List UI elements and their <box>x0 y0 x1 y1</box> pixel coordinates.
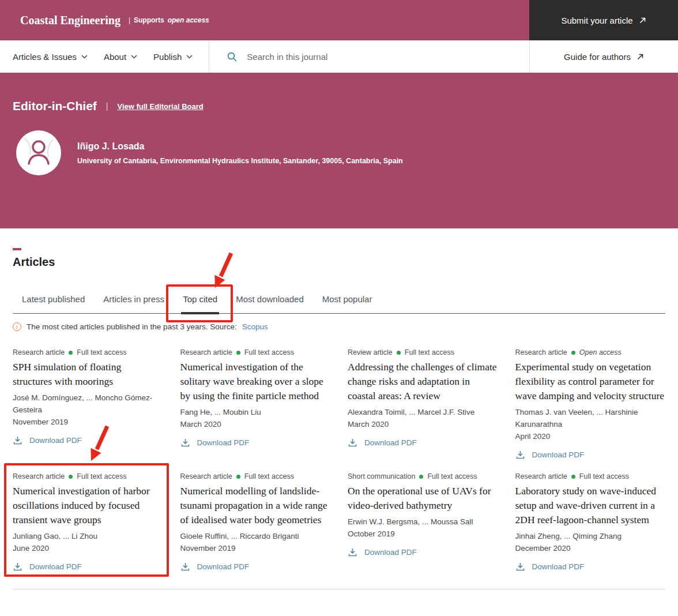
tab-label: Latest published <box>22 294 85 304</box>
main-content: Articles Latest published Articles in pr… <box>0 248 678 589</box>
article-card: Review article Full text access Addressi… <box>348 348 498 448</box>
article-title-link[interactable]: Numerical investigation of harbor oscill… <box>13 484 163 527</box>
card-meta: Research article Full text access <box>180 348 331 356</box>
article-title-link[interactable]: SPH simulation of floating structures wi… <box>13 360 163 389</box>
scopus-link[interactable]: Scopus <box>242 322 268 331</box>
nav-publish[interactable]: Publish <box>153 52 193 62</box>
editor-row: Iñigo J. Losada University of Cantabria,… <box>13 130 665 175</box>
supports-prefix: Supports <box>134 16 164 24</box>
article-date: March 2020 <box>180 418 331 430</box>
article-card-highlighted: Research article Full text access Numeri… <box>13 472 163 572</box>
download-pdf-link[interactable]: Download PDF <box>348 547 498 557</box>
article-type: Short communication <box>348 472 415 480</box>
tab-most-popular[interactable]: Most popular <box>313 290 382 313</box>
editor-affiliation: University of Cantabria, Environmental H… <box>77 157 403 165</box>
supports-open-access-label: open access <box>168 16 209 24</box>
article-title-link[interactable]: On the operational use of UAVs for video… <box>348 484 498 513</box>
submit-article-button[interactable]: Submit your article <box>529 0 678 40</box>
top-cited-notice: i The most cited articles published in t… <box>13 322 665 331</box>
tab-most-downloaded[interactable]: Most downloaded <box>227 290 313 313</box>
access-label: Full text access <box>579 472 629 480</box>
editorial-board-link[interactable]: View full Editorial Board <box>117 102 203 111</box>
download-pdf-link[interactable]: Download PDF <box>515 562 666 572</box>
article-title-link[interactable]: Experimental study on vegetation flexibi… <box>515 360 666 403</box>
download-pdf-link[interactable]: Download PDF <box>180 562 331 572</box>
access-label: Full text access <box>427 472 477 480</box>
article-title-link[interactable]: Addressing the challenges of climate cha… <box>348 360 498 403</box>
download-pdf-link[interactable]: Download PDF <box>348 438 498 448</box>
article-card: Research article Full text access Numeri… <box>180 472 331 572</box>
article-authors: José M. Domínguez, ... Moncho Gómez-Gest… <box>13 392 163 416</box>
article-card: Research article Full text access Labora… <box>515 472 666 572</box>
article-date: June 2020 <box>13 542 163 554</box>
nav-articles-issues-label: Articles & Issues <box>13 52 77 62</box>
article-type: Research article <box>180 472 232 480</box>
tab-top-cited[interactable]: Top cited <box>174 290 227 313</box>
nav-items: Articles & Issues About Publish <box>0 40 209 73</box>
download-icon <box>13 562 22 572</box>
access-label: Full text access <box>244 348 294 356</box>
article-authors: Junliang Gao, ... Li Zhou <box>13 530 163 542</box>
article-title-link[interactable]: Numerical investigation of the solitary … <box>180 360 331 403</box>
article-card: Research article Full text access Numeri… <box>180 348 331 448</box>
article-type: Research article <box>13 472 65 480</box>
download-pdf-link[interactable]: Download PDF <box>13 435 163 445</box>
article-title-link[interactable]: Laboratory study on wave-induced setup a… <box>515 484 666 527</box>
download-icon <box>180 562 190 572</box>
access-dot-icon <box>419 475 423 479</box>
article-card: Research article Open access Experimenta… <box>515 348 666 460</box>
guide-for-authors-link[interactable]: Guide for authors <box>529 40 678 73</box>
access-label: Full text access <box>405 348 454 356</box>
search-input[interactable] <box>246 51 529 62</box>
supports-open-access: | Supports open access <box>129 16 209 24</box>
article-date: November 2019 <box>13 416 163 428</box>
guide-for-authors-label: Guide for authors <box>564 52 631 62</box>
download-icon <box>13 435 22 445</box>
article-type: Research article <box>180 348 232 356</box>
access-label: Open access <box>579 348 622 356</box>
tab-articles-in-press[interactable]: Articles in press <box>94 290 174 313</box>
articles-tabs: Latest published Articles in press Top c… <box>13 290 665 314</box>
access-dot-icon <box>236 351 240 355</box>
article-authors: Jinhai Zheng, ... Qiming Zhang <box>515 530 666 542</box>
download-icon <box>515 450 525 460</box>
journal-title-link[interactable]: Coastal Engineering <box>20 14 120 27</box>
hero-head: Editor-in-Chief | View full Editorial Bo… <box>13 99 665 113</box>
external-link-arrow-icon <box>639 17 646 24</box>
access-dot-icon <box>236 475 240 479</box>
access-label: Full text access <box>77 348 126 356</box>
download-pdf-link[interactable]: Download PDF <box>13 562 163 572</box>
editor-info: Iñigo J. Losada University of Cantabria,… <box>77 141 403 165</box>
access-dot-icon <box>397 351 401 355</box>
person-icon <box>16 130 61 175</box>
search-box[interactable] <box>209 40 529 73</box>
article-authors: Gioele Ruffini, ... Riccardo Briganti <box>180 530 331 542</box>
article-authors: Alexandra Toimil, ... Marcel J.F. Stive <box>348 406 498 418</box>
external-link-arrow-icon <box>636 53 644 61</box>
card-meta: Review article Full text access <box>348 348 498 356</box>
chevron-down-icon <box>186 55 193 59</box>
article-date: December 2020 <box>515 542 666 554</box>
editor-hero-section: Editor-in-Chief | View full Editorial Bo… <box>0 73 678 228</box>
download-icon <box>515 562 525 572</box>
nav-articles-issues[interactable]: Articles & Issues <box>13 52 88 62</box>
download-pdf-link[interactable]: Download PDF <box>515 450 666 460</box>
tab-latest-published[interactable]: Latest published <box>13 290 94 313</box>
article-title-link[interactable]: Numerical modelling of landslide-tsunami… <box>180 484 331 527</box>
articles-heading: Articles <box>13 256 665 269</box>
journal-page: Coastal Engineering | Supports open acce… <box>0 0 678 616</box>
top-bar-left: Coastal Engineering | Supports open acce… <box>0 0 209 40</box>
tab-label: Most popular <box>322 294 372 304</box>
download-pdf-label: Download PDF <box>29 562 82 571</box>
article-authors: Fang He, ... Moubin Liu <box>180 406 331 418</box>
access-label: Full text access <box>77 472 126 480</box>
download-pdf-label: Download PDF <box>364 438 417 447</box>
download-pdf-link[interactable]: Download PDF <box>180 438 331 448</box>
article-type: Research article <box>515 472 567 480</box>
download-pdf-label: Download PDF <box>532 450 585 459</box>
supports-divider: | <box>129 16 130 24</box>
nav-about[interactable]: About <box>104 52 137 62</box>
bottom-divider <box>13 589 665 589</box>
card-meta: Short communication Full text access <box>348 472 498 480</box>
section-accent-dash <box>13 248 21 250</box>
